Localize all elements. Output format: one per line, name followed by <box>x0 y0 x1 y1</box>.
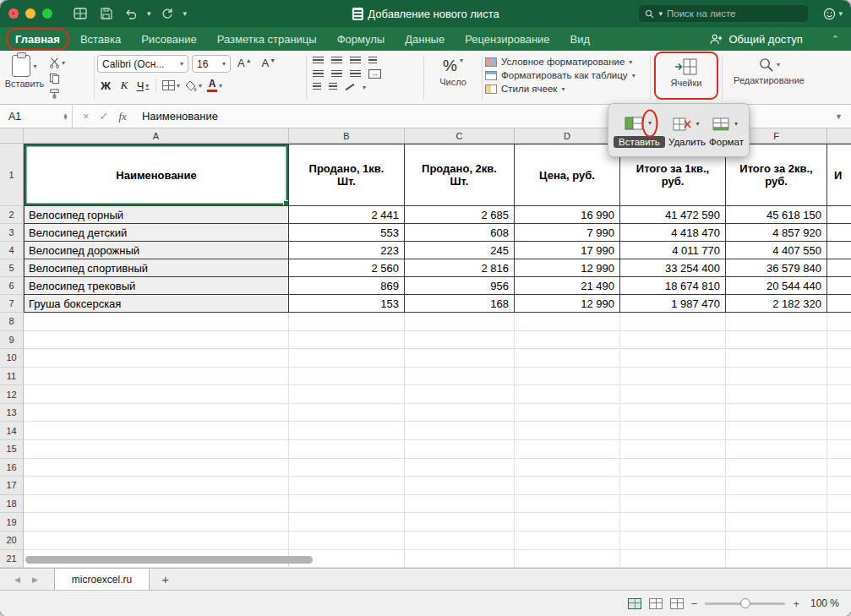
cell-A11[interactable] <box>24 368 289 386</box>
cell-F2[interactable]: 45 618 150 <box>726 206 827 224</box>
cell-F12[interactable] <box>726 385 827 404</box>
cell-D1[interactable]: Цена, руб. <box>515 144 620 206</box>
undo-caret-icon[interactable]: ▾ <box>147 9 151 18</box>
cell-F4[interactable]: 4 407 550 <box>726 242 827 259</box>
decrease-indent-icon[interactable] <box>313 83 321 91</box>
cell-E5[interactable]: 33 254 400 <box>620 259 726 277</box>
cell-C19[interactable] <box>405 513 515 532</box>
name-box[interactable]: A1 ▲▼ <box>0 105 73 128</box>
row-header-7[interactable]: 7 <box>0 295 24 313</box>
cell-E6[interactable]: 18 674 810 <box>620 277 726 295</box>
percent-style-button[interactable]: %▾ <box>443 57 463 75</box>
page-layout-view-icon[interactable] <box>649 598 663 609</box>
search-scope-caret-icon[interactable]: ▾ <box>658 9 663 18</box>
cell-C6[interactable]: 956 <box>405 277 515 295</box>
cell-F6[interactable]: 20 544 440 <box>726 277 827 295</box>
cut-button[interactable]: ▾ <box>49 57 65 69</box>
cell-D20[interactable] <box>515 532 620 550</box>
col-header-B[interactable]: B <box>289 128 405 143</box>
cell-F11[interactable] <box>726 368 827 386</box>
cell-D6[interactable]: 21 490 <box>515 277 620 295</box>
cell-C10[interactable] <box>405 349 515 368</box>
cell-C2[interactable]: 2 685 <box>405 206 515 224</box>
tab-insert[interactable]: Вставка <box>80 33 121 46</box>
cell-E19[interactable] <box>620 513 726 532</box>
font-size-select[interactable]: 16 ▾ <box>192 55 231 73</box>
cell-B14[interactable] <box>289 422 405 440</box>
feedback-button[interactable]: ▾ <box>823 8 843 20</box>
cell-E21[interactable] <box>620 550 726 568</box>
cell-C8[interactable] <box>405 313 515 331</box>
row-header-1[interactable]: 1 <box>0 144 24 206</box>
cell-A18[interactable] <box>24 495 289 514</box>
cell-E18[interactable] <box>620 495 726 514</box>
row-header-6[interactable]: 6 <box>0 277 24 295</box>
row-header-20[interactable]: 20 <box>0 532 24 550</box>
row-header-12[interactable]: 12 <box>0 385 24 404</box>
cell-A7[interactable]: Груша боксерская <box>24 295 289 313</box>
cell-A20[interactable] <box>24 532 289 550</box>
cell-F8[interactable] <box>726 313 827 331</box>
align-left-icon[interactable] <box>313 70 324 79</box>
fill-color-button[interactable]: ▾ <box>183 77 204 94</box>
insert-function-button[interactable]: fx <box>119 110 127 123</box>
cell-D5[interactable]: 12 990 <box>515 259 620 277</box>
next-sheet-icon[interactable]: ▶ <box>26 569 44 590</box>
tab-page-layout[interactable]: Разметка страницы <box>217 33 317 46</box>
cell-E11[interactable] <box>620 368 726 386</box>
cell-C16[interactable] <box>405 459 515 477</box>
cell-D13[interactable] <box>515 404 620 422</box>
tab-home[interactable]: Главная <box>15 33 60 46</box>
delete-cells-item[interactable]: ▾ Удалить <box>668 114 706 147</box>
collapse-ribbon-icon[interactable]: ⌃ <box>832 34 839 45</box>
row-header-17[interactable]: 17 <box>0 477 24 495</box>
cell-C3[interactable]: 608 <box>405 224 515 242</box>
cell-E14[interactable] <box>620 422 726 440</box>
cell-B18[interactable] <box>289 495 405 514</box>
cell-E20[interactable] <box>620 532 726 550</box>
row-header-2[interactable]: 2 <box>0 206 24 224</box>
cell-E13[interactable] <box>620 404 726 422</box>
cell-F10[interactable] <box>726 349 827 368</box>
row-header-21[interactable]: 21 <box>0 550 24 568</box>
cell-G6[interactable] <box>827 277 851 295</box>
tab-data[interactable]: Данные <box>405 33 445 46</box>
paste-button[interactable]: ▾ Вставить <box>5 55 44 102</box>
insert-cells-caret-icon[interactable]: ▾ <box>646 119 653 127</box>
prev-sheet-icon[interactable]: ◀ <box>8 569 26 590</box>
cell-A6[interactable]: Велосипед трековый <box>24 277 289 295</box>
cell-C11[interactable] <box>405 368 515 386</box>
cell-E15[interactable] <box>620 440 726 459</box>
cell-B10[interactable] <box>289 349 405 368</box>
decrease-font-button[interactable]: A▼ <box>259 55 280 73</box>
zoom-window-button[interactable] <box>42 8 52 19</box>
cell-C14[interactable] <box>405 422 515 440</box>
cell-C9[interactable] <box>405 331 515 350</box>
cell-C21[interactable] <box>405 550 515 568</box>
zoom-out-button[interactable]: − <box>691 597 698 610</box>
cell-D2[interactable]: 16 990 <box>515 206 620 224</box>
cell-F19[interactable] <box>726 513 827 532</box>
zoom-in-button[interactable]: + <box>793 597 799 610</box>
undo-icon[interactable] <box>122 5 140 22</box>
cell-G11[interactable] <box>827 368 851 386</box>
font-name-select[interactable]: Calibri (Осн... ▾ <box>97 55 188 73</box>
cell-B12[interactable] <box>289 385 405 404</box>
col-header-A[interactable]: A <box>24 128 289 143</box>
cell-A5[interactable]: Велосипед спортивный <box>24 259 289 277</box>
cell-A12[interactable] <box>24 385 289 404</box>
cell-B20[interactable] <box>289 532 405 550</box>
cell-D21[interactable] <box>515 550 620 568</box>
row-header-8[interactable]: 8 <box>0 313 24 331</box>
normal-view-icon[interactable] <box>628 598 641 609</box>
cell-B17[interactable] <box>289 477 405 495</box>
cell-G2[interactable] <box>827 206 851 224</box>
cell-G17[interactable] <box>827 477 851 495</box>
cell-D14[interactable] <box>515 422 620 440</box>
cell-D18[interactable] <box>515 495 620 514</box>
share-button[interactable]: Общий доступ <box>709 33 802 46</box>
col-header-D[interactable]: D <box>515 128 620 143</box>
cell-D12[interactable] <box>515 385 620 404</box>
cell-G10[interactable] <box>827 349 851 368</box>
orientation-icon[interactable] <box>346 84 355 91</box>
